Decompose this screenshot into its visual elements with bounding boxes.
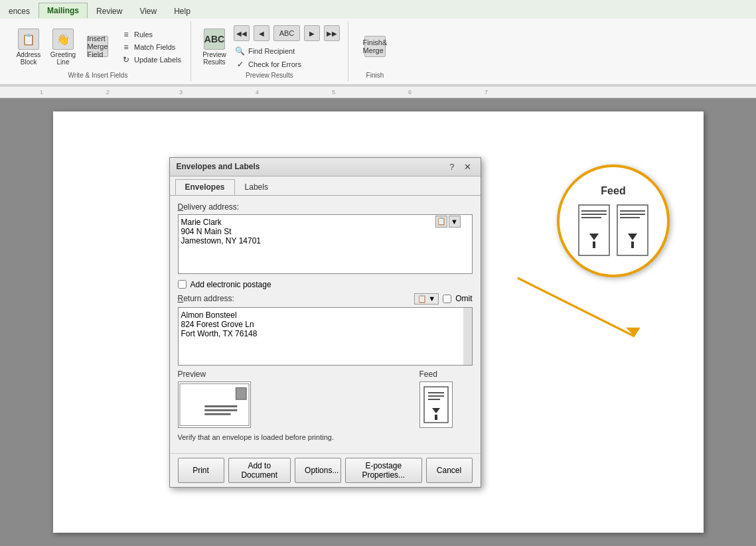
last-record-button[interactable]: ▶▶ [323, 24, 341, 44]
next-record-button[interactable]: ▶ [303, 24, 321, 44]
tab-help[interactable]: Help [165, 3, 199, 19]
svg-rect-8 [428, 399, 440, 400]
print-button[interactable]: Print [178, 458, 224, 483]
verify-note: Verify that an envelope is loaded before… [178, 433, 473, 441]
return-addr-book-icon: 📋 [417, 295, 427, 303]
epostage-button[interactable]: E-postage Properties... [345, 458, 421, 483]
add-electronic-postage-label: Add electronic postage [190, 280, 271, 289]
add-to-document-button[interactable]: Add to Document [228, 458, 291, 483]
delivery-address-dropdown-button[interactable]: ▼ [449, 216, 461, 228]
update-labels-button[interactable]: ↻ Update Labels [118, 54, 184, 66]
group-finish: Finish&Merge Finish [348, 21, 402, 82]
dialog-help-button[interactable]: ? [447, 162, 457, 172]
feed-callout-title: Feed [601, 185, 625, 197]
delivery-address-book-button[interactable]: 📋 [435, 216, 447, 228]
check-for-errors-button[interactable]: ✓ Check for Errors [232, 58, 341, 70]
return-address-book-button[interactable]: 📋 ▼ [414, 293, 439, 305]
greeting-line-button[interactable]: 👋 GreetingLine [46, 27, 80, 67]
prev-record-button[interactable]: ◀ [252, 24, 271, 44]
group-write-insert-fields-label: Write & Insert Fields [68, 70, 128, 79]
add-electronic-postage-checkbox[interactable] [178, 280, 187, 289]
update-labels-icon: ↻ [121, 54, 131, 65]
dialog-titlebar: Envelopes and Labels ? ✕ [170, 158, 481, 176]
dialog-title: Envelopes and Labels [177, 162, 260, 171]
delivery-address-input[interactable]: Marie Clark 904 N Main St Jamestown, NY … [178, 214, 473, 274]
feed-callout: Feed [557, 165, 670, 277]
group-write-insert-fields: 📋 AddressBlock 👋 GreetingLine InsertMerg… [5, 21, 191, 82]
address-block-button[interactable]: 📋 AddressBlock [12, 27, 45, 67]
greeting-line-icon: 👋 [52, 29, 74, 50]
return-address-label: Return address: [178, 294, 234, 303]
svg-rect-2 [204, 409, 237, 411]
document-area: Envelopes and Labels ? ✕ Envelopes Label… [0, 98, 756, 546]
svg-rect-16 [593, 241, 595, 248]
rules-button[interactable]: ≡ Rules [118, 29, 184, 40]
ruler-content: 1 2 3 4 5 6 7 [5, 86, 751, 98]
svg-rect-6 [428, 392, 444, 393]
dialog-body: Delivery address: Marie Clark 904 N Main… [170, 196, 481, 453]
preview-results-button[interactable]: ABC PreviewResults [198, 27, 231, 67]
tab-review[interactable]: Review [88, 3, 131, 19]
record-number-icon: ABC [273, 25, 300, 41]
svg-rect-19 [620, 214, 645, 215]
omit-checkbox[interactable] [443, 295, 451, 303]
rules-icon: ≡ [121, 29, 131, 40]
match-fields-icon: ≡ [121, 42, 131, 52]
check-errors-icon: ✓ [235, 59, 246, 70]
tab-labels[interactable]: Labels [235, 179, 278, 195]
tab-references[interactable]: ences [0, 3, 38, 19]
tab-mailings[interactable]: Mailings [38, 3, 88, 19]
svg-rect-3 [204, 413, 230, 415]
svg-rect-4 [236, 387, 246, 399]
preview-box [178, 381, 251, 428]
ruler: 1 2 3 4 5 6 7 [0, 86, 756, 98]
svg-rect-22 [631, 241, 634, 248]
group-preview-results-label: Preview Results [246, 70, 293, 79]
first-record-button[interactable]: ◀◀ [232, 24, 251, 44]
cancel-button[interactable]: Cancel [426, 458, 473, 483]
insert-merge-field-button[interactable]: InsertMergeField [81, 34, 114, 60]
group-preview-results: ABC PreviewResults ◀◀ ◀ ABC [191, 21, 348, 82]
finish-merge-icon: Finish&Merge [364, 36, 386, 57]
preview-results-icon: ABC [204, 29, 225, 50]
svg-rect-20 [620, 217, 640, 218]
return-address-scrollbar[interactable] [463, 307, 473, 366]
return-address-input[interactable]: Almon Bonsteel 824 Forest Grove Ln Fort … [178, 307, 473, 366]
feed-box [419, 381, 453, 428]
ribbon: ences Mailings Review View Help 📋 Addres… [0, 0, 756, 86]
omit-label: Omit [455, 294, 472, 303]
dialog-buttons: Print Add to Document Options... E-posta… [170, 453, 481, 487]
dialog-tabs: Envelopes Labels [170, 176, 481, 196]
group-finish-label: Finish [366, 70, 384, 79]
svg-rect-14 [581, 217, 601, 218]
find-recipient-icon: 🔍 [235, 46, 246, 56]
feed-label: Feed [419, 370, 473, 379]
callout-feed-left-svg [577, 204, 611, 257]
svg-rect-12 [581, 210, 607, 212]
next-record-icon: ▶ [304, 25, 320, 41]
preview-section: Preview [178, 370, 413, 428]
preview-label: Preview [178, 370, 413, 379]
feed-icon-svg [423, 385, 449, 424]
dialog-close-button[interactable]: ✕ [461, 162, 474, 172]
insert-merge-field-icon: InsertMergeField [87, 36, 108, 57]
address-block-icon: 📋 [18, 29, 39, 50]
last-record-icon: ▶▶ [324, 25, 340, 41]
add-electronic-postage-row: Add electronic postage [178, 280, 473, 289]
feed-section: Feed [419, 370, 473, 428]
tab-envelopes[interactable]: Envelopes [175, 179, 235, 195]
tab-view[interactable]: View [131, 3, 165, 19]
svg-rect-7 [428, 395, 444, 397]
svg-rect-1 [204, 405, 237, 407]
finish-merge-button[interactable]: Finish&Merge [358, 34, 392, 60]
find-recipient-button[interactable]: 🔍 Find Recipient [232, 45, 341, 57]
ribbon-tab-bar: ences Mailings Review View Help [0, 0, 756, 19]
record-number-input[interactable]: ABC [272, 24, 301, 44]
options-button[interactable]: Options... [295, 458, 341, 483]
first-record-icon: ◀◀ [234, 25, 250, 41]
match-fields-button[interactable]: ≡ Match Fields [118, 41, 184, 53]
delivery-address-label: Delivery address: [178, 202, 473, 212]
ribbon-content: 📋 AddressBlock 👋 GreetingLine InsertMerg… [0, 19, 756, 85]
prev-record-icon: ◀ [254, 25, 269, 41]
svg-rect-18 [620, 210, 645, 212]
